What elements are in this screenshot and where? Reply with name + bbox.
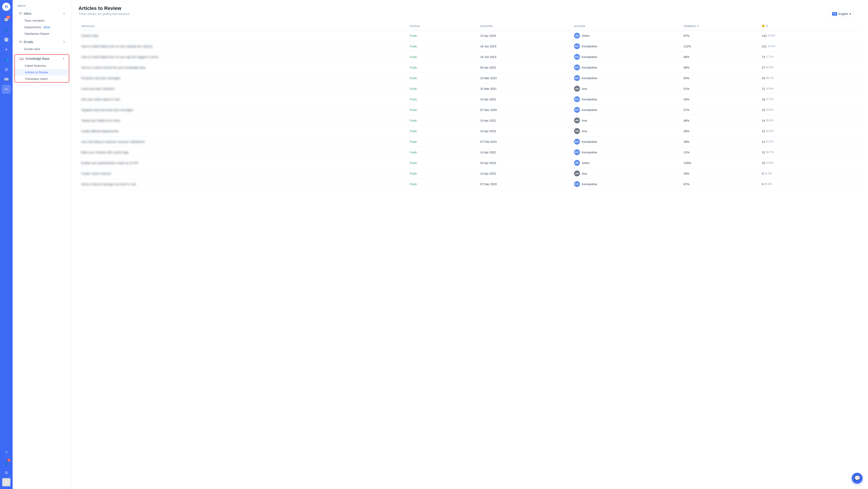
- article-author-cell: AN Ana: [571, 168, 681, 179]
- chat-nav-icon[interactable]: 💬 20: [2, 16, 11, 24]
- article-title[interactable]: Mark your contacts with custom tags: [81, 151, 129, 154]
- reaction-pct: 36.8%: [766, 119, 774, 122]
- article-title[interactable]: See user online status in chat: [81, 98, 120, 101]
- knowledge-base-sub-items: Failed Searches Articles to Review Trans…: [15, 62, 69, 82]
- article-title-cell[interactable]: Invite new team members: [79, 84, 407, 94]
- article-viewers-cell: 34%: [681, 168, 759, 179]
- article-title-cell[interactable]: Use chat rating to measure customer sati…: [79, 136, 407, 147]
- sidebar-item-translation-report[interactable]: Translation report: [15, 75, 69, 82]
- article-title[interactable]: Invite new team members: [81, 87, 115, 90]
- reaction-count: 121: [762, 45, 767, 48]
- avatar: KO: [574, 43, 580, 49]
- table-row: Create custom inboxes Public 14 Apr 2022…: [79, 168, 861, 179]
- article-title[interactable]: Create different departments: [81, 129, 118, 133]
- article-status-cell: Public: [407, 147, 477, 158]
- col-header-viewers[interactable]: VIEWERS ⇅: [681, 23, 759, 30]
- language-selector[interactable]: EN English ▾: [830, 11, 854, 17]
- book-nav-icon[interactable]: 📖: [2, 75, 11, 84]
- article-title-cell[interactable]: Set up a custom domain for your knowledg…: [79, 62, 407, 73]
- logo[interactable]: H: [2, 3, 10, 11]
- article-title[interactable]: Create custom inboxes: [81, 172, 111, 175]
- sidebar-item-failed-searches[interactable]: Failed Searches: [15, 62, 69, 69]
- article-title-cell[interactable]: Enable user authentication mode via JS A…: [79, 158, 407, 168]
- author-name: Ana: [582, 172, 587, 175]
- pulse-nav-icon[interactable]: 〜: [2, 85, 11, 94]
- article-title[interactable]: Custom Data: [81, 34, 98, 37]
- article-title[interactable]: Enable user authentication mode via JS A…: [81, 161, 138, 165]
- status-badge: Public: [410, 140, 417, 144]
- table-row: Mark your contacts with custom tags Publ…: [79, 147, 861, 158]
- user-badge: 1: [7, 459, 10, 462]
- article-reactions-cell: 14 36.8%: [759, 115, 861, 126]
- article-viewers-cell: 46%: [681, 115, 759, 126]
- emails-header-left: ✉ Emails: [19, 40, 33, 44]
- settings-nav-icon[interactable]: ⚙: [2, 468, 11, 477]
- reaction-count: 12: [762, 151, 765, 154]
- article-title-cell[interactable]: Send a manual message via email or chat: [79, 179, 407, 189]
- avatar-thumb[interactable]: 🖼: [2, 478, 10, 486]
- article-updated-cell: 14 Apr 2022: [477, 168, 571, 179]
- article-title-cell[interactable]: How to install HelpCrunch on your websit…: [79, 41, 407, 52]
- knowledge-base-header-left: 📖 Knowledge Base: [20, 56, 50, 61]
- article-title[interactable]: How to install HelpCrunch on your websit…: [81, 45, 153, 48]
- chat-fab-button[interactable]: 💬: [852, 473, 863, 484]
- icon-sidebar: H 💬 20 👤 🕐 ✈ 👥 ⊞ 📖 〜 ? 👤 1 ⚙ 🖼: [0, 0, 12, 489]
- send-nav-icon[interactable]: ✈: [2, 45, 11, 54]
- knowledge-base-section-header[interactable]: 📖 Knowledge Base ▾: [15, 55, 69, 62]
- nav-section-emails: ✉ Emails ▾ Emails Sent: [12, 38, 71, 52]
- article-title-cell[interactable]: Proactive chat auto messages: [79, 73, 407, 84]
- article-author-cell: KO Konstantine: [571, 94, 681, 105]
- knowledge-base-chevron: ▾: [63, 57, 64, 60]
- article-title-cell[interactable]: Targeted chat and email auto messages: [79, 105, 407, 115]
- help-nav-icon[interactable]: ?: [2, 449, 11, 457]
- author-name: Ana: [582, 87, 587, 90]
- reaction-pct: 37.1%: [766, 55, 774, 58]
- article-title[interactable]: Targeted chat and email auto messages: [81, 108, 133, 112]
- article-title[interactable]: Proactive chat auto messages: [81, 77, 120, 80]
- article-title[interactable]: Use chat rating to measure customer sati…: [81, 140, 145, 144]
- article-title-cell[interactable]: Mark your contacts with custom tags: [79, 147, 407, 158]
- table-row: How to install HelpCrunch on your websit…: [79, 41, 861, 52]
- col-header-reactions[interactable]: 😐 ⇅: [759, 23, 861, 30]
- contacts-nav-icon[interactable]: 👤: [2, 25, 11, 34]
- article-title-cell[interactable]: See user online status in chat: [79, 94, 407, 105]
- article-viewers-cell: 87%: [681, 30, 759, 41]
- table-row: See user online status in chat Public 14…: [79, 94, 861, 105]
- reaction-count: 18: [762, 98, 765, 101]
- sidebar-item-articles-to-review[interactable]: Articles to Review: [15, 69, 69, 75]
- article-title-cell[interactable]: Custom Data: [79, 30, 407, 41]
- inbox-section-header[interactable]: ✉ Inbox ▾: [14, 9, 69, 18]
- sidebar-item-emails-sent[interactable]: Emails Sent: [14, 46, 69, 52]
- article-title[interactable]: How to install HelpCrunch on your app (f…: [81, 55, 158, 59]
- article-title[interactable]: Tweak your HelpCrunch inbox: [81, 119, 120, 122]
- clock-nav-icon[interactable]: 🕐: [2, 35, 11, 44]
- table-row: Proactive chat auto messages Public 13 M…: [79, 73, 861, 84]
- reaction-pct: 23.8%: [766, 161, 774, 164]
- article-title[interactable]: Send a manual message via email or chat: [81, 182, 136, 186]
- article-title-cell[interactable]: Create custom inboxes: [79, 168, 407, 179]
- article-title-cell[interactable]: Create different departments: [79, 126, 407, 136]
- user-nav-icon[interactable]: 👤 1: [2, 458, 11, 467]
- article-title[interactable]: Set up a custom domain for your knowledg…: [81, 66, 146, 69]
- grid-nav-icon[interactable]: ⊞: [2, 65, 11, 74]
- author-name: Konstantine: [582, 55, 597, 59]
- reaction-emoji: 😐: [762, 25, 765, 28]
- article-title-cell[interactable]: Tweak your HelpCrunch inbox: [79, 115, 407, 126]
- emails-chevron: ▾: [63, 40, 65, 43]
- status-badge: Public: [410, 183, 417, 186]
- reaction-count: 15: [762, 108, 765, 112]
- author-name: Konstantine: [582, 108, 597, 112]
- sidebar-item-team-members[interactable]: Team members: [14, 18, 69, 24]
- page-header: Articles to Review These articles are ge…: [79, 5, 130, 16]
- emails-section-header[interactable]: ✉ Emails ▾: [14, 38, 69, 46]
- sidebar-item-satisfaction-report[interactable]: Satisfaction Report: [14, 30, 69, 37]
- article-author-cell: AN Ana: [571, 84, 681, 94]
- team-nav-icon[interactable]: 👥: [2, 55, 11, 64]
- article-title-cell[interactable]: How to install HelpCrunch on your app (f…: [79, 52, 407, 62]
- reaction-count: 27: [762, 66, 765, 69]
- avatar: KO: [574, 149, 580, 155]
- sidebar-item-departments[interactable]: Departments BETA: [14, 24, 69, 30]
- reaction-pct: 45.0%: [764, 182, 772, 186]
- article-viewers-cell: 57%: [681, 105, 759, 115]
- avatar: KO: [574, 54, 580, 60]
